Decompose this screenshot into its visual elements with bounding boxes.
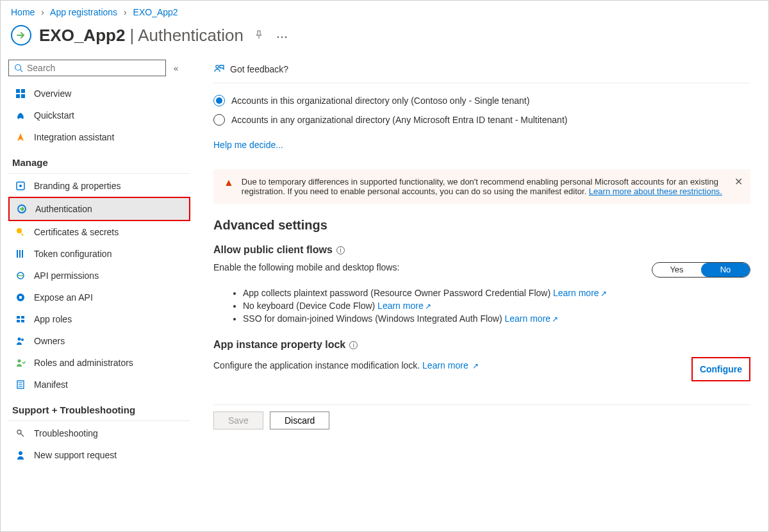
sidebar-item-approles[interactable]: App roles <box>8 308 190 330</box>
app-logo-icon <box>11 25 31 46</box>
sidebar-item-label: Branding & properties <box>34 181 120 191</box>
page-title: EXO_App2 | Authentication <box>39 26 244 46</box>
external-link-icon: ↗ <box>600 289 607 298</box>
sidebar-item-support[interactable]: New support request <box>8 444 190 466</box>
sidebar-item-label: Token configuration <box>34 249 112 259</box>
sidebar-item-integration[interactable]: Integration assistant <box>8 126 190 148</box>
external-link-icon: ↗ <box>552 315 558 324</box>
svg-rect-7 <box>16 94 20 98</box>
sidebar-item-label: Manifest <box>34 379 68 390</box>
info-icon[interactable]: i <box>349 341 358 349</box>
flow-item: No keyboard (Device Code Flow) Learn mor… <box>243 299 750 312</box>
expose-icon <box>15 292 26 303</box>
sidebar-item-expose[interactable]: Expose an API <box>8 287 190 308</box>
svg-point-23 <box>21 338 24 341</box>
toggle-yes: Yes <box>652 263 701 277</box>
sidebar-item-label: App roles <box>34 314 72 324</box>
advanced-settings-heading: Advanced settings <box>213 218 750 233</box>
sidebar-item-troubleshoot[interactable]: Troubleshooting <box>8 422 190 444</box>
sidebar-item-quickstart[interactable]: Quickstart <box>8 104 190 126</box>
svg-rect-15 <box>22 250 23 258</box>
toggle-no: No <box>701 263 750 277</box>
breadcrumb-current[interactable]: EXO_App2 <box>133 7 178 17</box>
svg-point-22 <box>18 338 21 341</box>
breadcrumb-appregs[interactable]: App registrations <box>50 7 117 17</box>
sidebar-item-apiperms[interactable]: API permissions <box>8 265 190 287</box>
external-link-icon: ↗ <box>472 362 479 370</box>
warning-learn-more-link[interactable]: Learn more about these restrictions. <box>589 187 722 196</box>
radio-icon <box>213 95 225 106</box>
breadcrumb-sep: › <box>124 7 127 17</box>
sidebar-item-label: New support request <box>34 450 117 460</box>
svg-rect-18 <box>17 316 20 319</box>
main-content: Got feedback? Accounts in this organizat… <box>193 57 768 531</box>
configure-button[interactable]: Configure <box>693 359 748 379</box>
pin-icon[interactable] <box>251 27 267 44</box>
sidebar: « OverviewQuickstartIntegration assistan… <box>1 57 193 531</box>
sidebar-item-owners[interactable]: Owners <box>8 330 190 352</box>
lock-learn-more-link[interactable]: Learn more ↗ <box>422 360 478 370</box>
radio-single-tenant[interactable]: Accounts in this organizational director… <box>213 91 750 110</box>
search-field[interactable] <box>27 63 160 73</box>
search-input[interactable] <box>8 60 166 76</box>
sidebar-item-label: Overview <box>34 88 71 99</box>
sidebar-item-label: Authentication <box>35 204 92 214</box>
collapse-sidebar-icon[interactable]: « <box>174 63 178 73</box>
save-button[interactable]: Save <box>213 411 263 429</box>
sidebar-item-token[interactable]: Token configuration <box>8 243 190 265</box>
public-flows-desc: Enable the following mobile and desktop … <box>213 262 399 272</box>
sidebar-item-label: Expose an API <box>34 292 93 303</box>
sidebar-item-branding[interactable]: Branding & properties <box>8 175 190 197</box>
svg-point-1 <box>281 37 283 38</box>
sidebar-item-auth[interactable]: Authentication <box>8 197 190 221</box>
troubleshoot-icon <box>15 428 26 439</box>
radio-multitenant[interactable]: Accounts in any organizational directory… <box>213 110 750 129</box>
flow-learn-more-link[interactable]: Learn more↗ <box>553 288 607 298</box>
public-flows-toggle[interactable]: Yes No <box>652 262 750 278</box>
flow-learn-more-link[interactable]: Learn more↗ <box>505 313 559 324</box>
radio-icon <box>213 114 225 126</box>
sidebar-item-label: API permissions <box>34 270 99 281</box>
support-icon <box>15 449 26 461</box>
svg-rect-14 <box>19 250 21 258</box>
feedback-button[interactable]: Got feedback? <box>213 57 750 83</box>
radio-label: Accounts in this organizational director… <box>231 96 529 106</box>
svg-line-4 <box>21 70 23 72</box>
warning-icon: ▲ <box>224 177 234 196</box>
sidebar-item-overview[interactable]: Overview <box>8 83 190 104</box>
svg-point-0 <box>277 37 279 38</box>
overview-icon <box>15 88 26 99</box>
flow-item: App collects plaintext password (Resourc… <box>243 287 750 299</box>
lock-heading: App instance property lock i <box>213 339 750 351</box>
breadcrumb-sep: › <box>41 7 44 17</box>
sidebar-item-label: Certificates & secrets <box>34 227 119 237</box>
sidebar-item-label: Integration assistant <box>34 132 114 142</box>
radio-label: Accounts in any organizational directory… <box>231 115 567 125</box>
discard-button[interactable]: Discard <box>270 411 329 429</box>
close-icon[interactable]: ✕ <box>734 176 743 188</box>
flow-item: SSO for domain-joined Windows (Windows I… <box>243 312 750 325</box>
svg-point-30 <box>19 451 22 455</box>
sidebar-item-label: Quickstart <box>34 110 74 121</box>
flow-learn-more-link[interactable]: Learn more↗ <box>377 301 431 311</box>
manifest-icon <box>15 379 26 390</box>
svg-rect-19 <box>21 316 24 319</box>
help-me-decide-link[interactable]: Help me decide... <box>213 140 283 150</box>
more-icon[interactable] <box>274 28 290 43</box>
owners-icon <box>15 335 26 347</box>
sidebar-item-certs[interactable]: Certificates & secrets <box>8 221 190 243</box>
approles-icon <box>15 313 26 325</box>
sidebar-item-label: Troubleshooting <box>34 428 98 438</box>
breadcrumb-home[interactable]: Home <box>11 7 35 17</box>
info-icon[interactable]: i <box>336 246 345 254</box>
token-icon <box>15 248 26 260</box>
svg-rect-5 <box>16 89 20 93</box>
svg-point-2 <box>285 37 287 38</box>
sidebar-item-manifest[interactable]: Manifest <box>8 374 190 395</box>
svg-point-24 <box>18 360 21 363</box>
roles-icon <box>15 357 26 369</box>
feedback-label: Got feedback? <box>230 64 288 74</box>
breadcrumb: Home › App registrations › EXO_App2 <box>1 1 768 20</box>
sidebar-item-roles[interactable]: Roles and administrators <box>8 352 190 374</box>
integration-icon <box>15 131 26 143</box>
